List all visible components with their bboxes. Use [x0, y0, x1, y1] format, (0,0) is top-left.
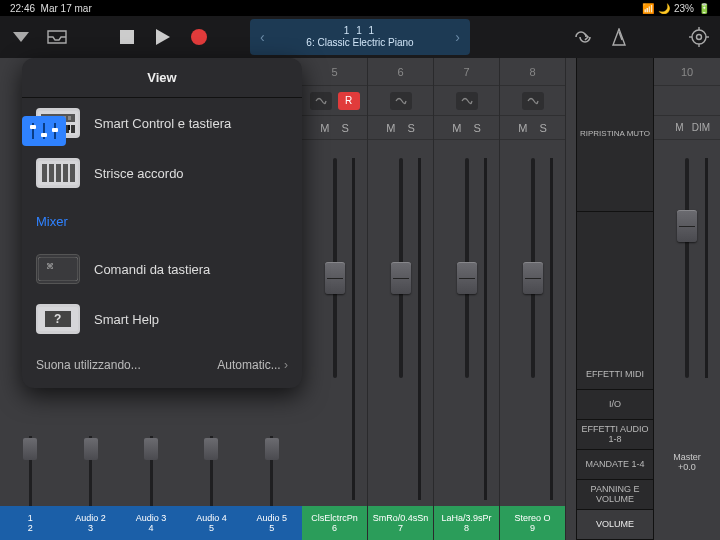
channel-number: 7 — [434, 58, 499, 86]
signal-icon: 📶 — [642, 3, 654, 14]
svg-text:⌘: ⌘ — [46, 262, 54, 271]
panel-section-button[interactable]: EFFETTI MIDI — [577, 360, 653, 390]
panel-section-button[interactable]: MANDATE 1-4 — [577, 450, 653, 480]
input-monitor-button[interactable] — [390, 92, 412, 110]
mute-button[interactable]: M — [386, 122, 395, 134]
master-channel: 10 M DIM Master +0.0 — [654, 58, 720, 540]
volume-fader[interactable] — [399, 158, 403, 378]
transport-bar: ‹ 1 1 1 6: Classic Electric Piano › — [0, 16, 720, 58]
channel-footer[interactable]: ClsElctrcPn6 — [302, 506, 367, 540]
svg-rect-19 — [68, 125, 70, 130]
volume-fader[interactable] — [333, 158, 337, 378]
status-right: 📶 🌙 23% 🔋 — [642, 3, 710, 14]
menu-item-label: Comandi da tastiera — [94, 262, 210, 277]
channel-number: 6 — [368, 58, 433, 86]
svg-rect-30 — [56, 164, 61, 182]
popover-footer-row[interactable]: Suona utilizzando... Automatic... › — [22, 344, 302, 388]
battery-icon: 🔋 — [698, 3, 710, 14]
play-button[interactable] — [152, 26, 174, 48]
solo-button[interactable]: S — [341, 122, 348, 134]
inbox-icon[interactable] — [46, 26, 68, 48]
lcd-position: 1 1 1 — [306, 25, 413, 37]
settings-icon[interactable] — [688, 26, 710, 48]
menu-item-label: Mixer — [36, 214, 68, 229]
master-dim-button[interactable]: DIM — [692, 122, 710, 133]
channel-strip: 5RMSClsElctrcPn6 — [302, 58, 368, 540]
input-monitor-button[interactable] — [456, 92, 478, 110]
panel-section-button[interactable]: I/O — [577, 390, 653, 420]
mute-button[interactable]: M — [452, 122, 461, 134]
play-using-value: Automatic... — [217, 358, 280, 372]
channel-footer[interactable]: Audio 45 — [181, 506, 241, 540]
master-footer: Master +0.0 — [654, 384, 720, 540]
section-panel: RIPRISTINA MUTO EFFETTI MIDII/OEFFETTI A… — [576, 58, 654, 540]
channel-strip: 8MSStereo O9 — [500, 58, 566, 540]
volume-fader[interactable] — [465, 158, 469, 378]
svg-rect-39 — [52, 128, 58, 132]
channel-number: 8 — [500, 58, 565, 86]
master-fader[interactable] — [685, 158, 689, 378]
lcd-prev-icon[interactable]: ‹ — [256, 29, 269, 45]
channel-footer[interactable]: LaHa/3.9sPr8 — [434, 506, 499, 540]
svg-rect-31 — [63, 164, 68, 182]
battery-percent: 23% — [674, 3, 694, 14]
level-meter — [418, 158, 421, 500]
record-enable-button[interactable]: R — [338, 92, 360, 110]
chords-icon — [36, 158, 80, 188]
svg-rect-38 — [41, 133, 47, 137]
view-menu-item-chords[interactable]: Strisce accordo — [22, 148, 302, 198]
master-mute-button[interactable]: M — [675, 122, 683, 133]
channel-footer[interactable]: Stereo O9 — [500, 506, 565, 540]
svg-point-4 — [697, 35, 702, 40]
mute-button[interactable]: M — [320, 122, 329, 134]
channel-footer[interactable]: Audio 55 — [242, 506, 302, 540]
lcd-next-icon[interactable]: › — [451, 29, 464, 45]
channel-footer[interactable]: Audio 34 — [121, 506, 181, 540]
solo-button[interactable]: S — [407, 122, 414, 134]
panel-section-button[interactable]: PANNING E VOLUME — [577, 480, 653, 510]
channel-strip: 7MSLaHa/3.9sPr8 — [434, 58, 500, 540]
svg-rect-29 — [49, 164, 54, 182]
master-meter — [705, 158, 708, 378]
view-menu-item-help[interactable]: ?Smart Help — [22, 294, 302, 344]
loop-icon[interactable] — [572, 26, 594, 48]
menu-item-label: Smart Control e tastiera — [94, 116, 231, 131]
channel-footer[interactable]: 12 — [0, 506, 60, 540]
mixer-icon — [22, 116, 66, 146]
status-time: 22:46 — [10, 3, 35, 14]
view-popover: View Smart Control e tastieraStrisce acc… — [22, 58, 302, 388]
view-menu-item-cmd[interactable]: ⌘Comandi da tastiera — [22, 244, 302, 294]
input-monitor-button[interactable] — [522, 92, 544, 110]
menu-item-label: Smart Help — [94, 312, 159, 327]
channel-footer[interactable]: SmRo/0.4sSn7 — [368, 506, 433, 540]
volume-fader[interactable] — [531, 158, 535, 378]
view-menu-item-mixer[interactable]: Mixer — [22, 198, 302, 244]
mute-button[interactable]: M — [518, 122, 527, 134]
menu-item-label: Strisce accordo — [94, 166, 184, 181]
svg-text:?: ? — [54, 312, 61, 326]
panel-section-button[interactable]: VOLUME — [577, 510, 653, 540]
record-button[interactable] — [188, 26, 210, 48]
stop-button[interactable] — [116, 26, 138, 48]
lcd-display[interactable]: ‹ 1 1 1 6: Classic Electric Piano › — [250, 19, 470, 55]
panel-section-button[interactable]: EFFETTI AUDIO 1-8 — [577, 420, 653, 450]
svg-rect-32 — [70, 164, 75, 182]
play-using-label: Suona utilizzando... — [36, 358, 141, 372]
solo-button[interactable]: S — [473, 122, 480, 134]
svg-rect-40 — [38, 257, 78, 281]
svg-point-3 — [692, 30, 706, 44]
metronome-icon[interactable] — [608, 26, 630, 48]
cmd-icon: ⌘ — [36, 254, 80, 284]
restore-mute-button[interactable]: RIPRISTINA MUTO — [577, 58, 653, 212]
svg-rect-0 — [120, 30, 134, 44]
dnd-icon: 🌙 — [658, 3, 670, 14]
chevron-right-icon: › — [284, 358, 288, 372]
input-monitor-button[interactable] — [310, 92, 332, 110]
level-meter — [550, 158, 553, 500]
channel-footer[interactable]: Audio 23 — [60, 506, 120, 540]
status-date: Mar 17 mar — [41, 3, 92, 14]
solo-button[interactable]: S — [539, 122, 546, 134]
hidden-faders — [0, 416, 302, 506]
view-menu-button[interactable] — [10, 26, 32, 48]
level-meter — [352, 158, 355, 500]
